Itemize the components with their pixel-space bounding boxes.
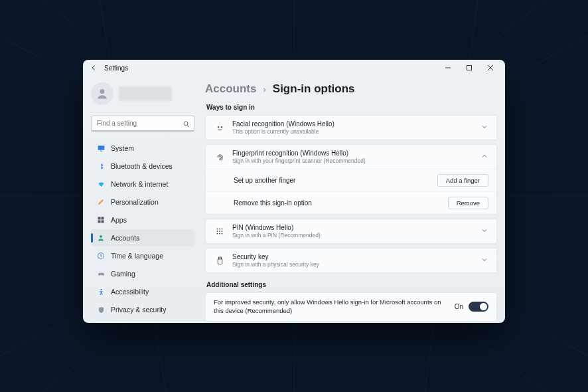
face-icon [214, 123, 226, 133]
sidebar-item-label: Privacy & security [111, 306, 166, 314]
fingerprint-header-row[interactable]: Fingerprint recognition (Windows Hello) … [206, 145, 496, 169]
chevron-right-icon: › [263, 84, 265, 94]
svg-rect-16 [100, 150, 102, 151]
svg-point-34 [222, 233, 223, 235]
page-title: Sign-in options [273, 82, 355, 96]
paintbrush-icon [96, 198, 106, 206]
add-finger-button[interactable]: Add a finger [437, 174, 488, 187]
chevron-up-icon [480, 151, 488, 163]
sidebar-item-privacy[interactable]: Privacy & security [91, 301, 194, 318]
sidebar-item-personalization[interactable]: Personalization [91, 193, 194, 211]
sidebar-item-label: Time & language [111, 252, 163, 260]
sidebar-item-label: Accessibility [111, 288, 149, 296]
signin-option-pin[interactable]: PIN (Windows Hello) Sign in with a PIN (… [205, 219, 497, 244]
chevron-down-icon [480, 122, 488, 134]
main-content: Accounts › Sign-in options Ways to sign … [202, 76, 505, 323]
toggle-hello-only[interactable] [469, 302, 488, 312]
wifi-icon [96, 181, 106, 188]
svg-rect-35 [218, 257, 221, 259]
option-subtitle: This option is currently unavailable [232, 128, 474, 135]
apps-icon [96, 216, 106, 224]
breadcrumb: Accounts › Sign-in options [205, 82, 497, 96]
option-title: Fingerprint recognition (Windows Hello) [232, 149, 474, 157]
sidebar-item-gaming[interactable]: Gaming [91, 265, 194, 282]
person-icon [96, 87, 109, 100]
chevron-down-icon [480, 254, 488, 266]
svg-line-14 [188, 126, 190, 128]
svg-point-28 [222, 229, 223, 230]
svg-point-32 [217, 233, 218, 235]
sidebar-item-bluetooth[interactable]: Bluetooth & devices [91, 157, 194, 175]
setting-hello-only: For improved security, only allow Window… [205, 292, 497, 322]
monitor-icon [96, 144, 106, 153]
remove-button[interactable]: Remove [448, 197, 488, 209]
sidebar-item-label: Personalization [111, 198, 159, 206]
sidebar-item-time-language[interactable]: Time & language [91, 247, 194, 264]
svg-rect-19 [98, 221, 101, 223]
svg-point-26 [217, 229, 218, 230]
person-icon [96, 234, 106, 242]
clock-globe-icon [96, 252, 106, 260]
svg-point-31 [222, 231, 223, 232]
settings-window: Settings [83, 60, 505, 323]
profile-name-redacted [119, 86, 172, 101]
back-button[interactable] [90, 64, 98, 72]
option-subtitle: Sign in with your fingerprint scanner (R… [232, 157, 474, 164]
option-subtitle: Sign in with a PIN (Recommended) [232, 232, 474, 239]
sidebar-item-label: Apps [111, 216, 127, 224]
svg-point-23 [100, 288, 102, 290]
toggle-state-label: On [455, 303, 463, 310]
sidebar-item-network[interactable]: Network & internet [91, 175, 194, 193]
svg-point-27 [219, 229, 220, 230]
sidebar-item-label: Accounts [111, 234, 139, 242]
svg-point-25 [221, 126, 222, 128]
sidebar-item-label: Network & internet [111, 180, 168, 188]
signin-option-security-key[interactable]: Security key Sign in with a physical sec… [205, 248, 497, 273]
minimize-button[interactable] [437, 60, 459, 76]
svg-rect-36 [218, 258, 222, 264]
shield-icon [96, 306, 106, 314]
game-controller-icon [96, 270, 106, 278]
section-heading-ways: Ways to sign in [206, 104, 497, 111]
svg-point-30 [219, 231, 220, 232]
window-title: Settings [104, 64, 128, 72]
svg-rect-9 [467, 66, 472, 70]
svg-point-24 [218, 126, 219, 128]
search-input[interactable] [91, 116, 194, 132]
svg-rect-18 [102, 217, 104, 220]
close-button[interactable] [480, 60, 501, 76]
setting-description: For improved security, only allow Window… [214, 298, 447, 316]
fingerprint-add-row: Set up another finger Add a finger [206, 169, 496, 191]
sidebar-item-windows-update[interactable]: Windows Update [91, 319, 194, 323]
option-title: Facial recognition (Windows Hello) [232, 120, 474, 128]
option-title: PIN (Windows Hello) [232, 224, 474, 231]
svg-point-12 [100, 89, 105, 94]
sidebar-item-accessibility[interactable]: Accessibility [91, 283, 194, 300]
svg-point-13 [184, 122, 188, 126]
search-box[interactable] [91, 116, 194, 132]
svg-rect-17 [98, 217, 101, 220]
titlebar: Settings [83, 60, 505, 76]
svg-point-29 [217, 231, 218, 232]
usb-key-icon [214, 256, 226, 266]
avatar [91, 82, 113, 105]
signin-option-facial[interactable]: Facial recognition (Windows Hello) This … [205, 115, 497, 140]
svg-point-33 [219, 233, 220, 235]
chevron-down-icon [480, 225, 488, 237]
maximize-button[interactable] [459, 60, 480, 76]
breadcrumb-parent[interactable]: Accounts [205, 82, 256, 96]
svg-rect-20 [102, 221, 104, 223]
search-icon [183, 119, 190, 131]
keypad-icon [214, 227, 226, 236]
section-heading-additional: Additional settings [206, 281, 497, 288]
sidebar-item-apps[interactable]: Apps [91, 211, 194, 229]
profile-block[interactable] [91, 80, 194, 109]
svg-rect-15 [98, 146, 104, 150]
svg-point-21 [100, 235, 102, 238]
bluetooth-icon [96, 162, 106, 171]
sidebar-item-accounts[interactable]: Accounts [91, 229, 194, 246]
fingerprint-icon [214, 152, 226, 162]
sidebar-item-system[interactable]: System [91, 140, 194, 157]
subrow-label: Remove this sign-in option [234, 199, 312, 207]
option-title: Security key [232, 253, 474, 260]
